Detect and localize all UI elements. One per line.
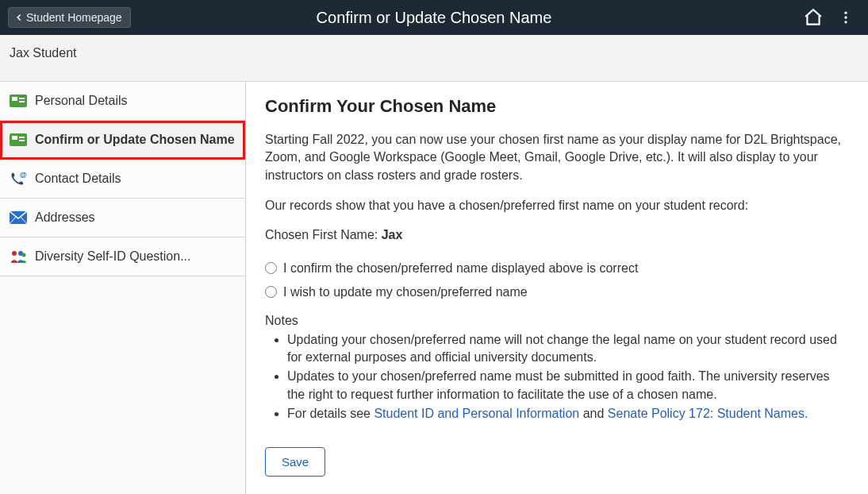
radio-update-input[interactable] — [265, 286, 277, 298]
svg-point-0 — [844, 12, 847, 14]
link-senate-policy[interactable]: Senate Policy 172: Student Names. — [608, 407, 808, 420]
svg-point-1 — [844, 16, 847, 18]
sidebar-item-label: Addresses — [35, 210, 95, 225]
more-vertical-icon[interactable] — [838, 9, 854, 26]
chevron-left-icon — [13, 12, 25, 23]
notes-list: Updating your chosen/preferred name will… — [265, 331, 849, 423]
sidebar-item-label: Diversity Self-ID Question... — [35, 249, 191, 264]
main-heading: Confirm Your Chosen Name — [265, 96, 849, 117]
svg-rect-10 — [19, 140, 25, 141]
back-button[interactable]: Student Homepage — [8, 7, 131, 28]
sidebar-item-addresses[interactable]: Addresses — [0, 199, 245, 237]
student-name: Jax Student — [10, 46, 77, 60]
sidebar-item-label: Confirm or Update Chosen Name — [35, 133, 235, 147]
radio-confirm-label: I confirm the chosen/preferred name disp… — [283, 261, 638, 276]
id-card-icon — [10, 93, 27, 109]
sidebar-item-label: Contact Details — [35, 172, 121, 186]
note-text: For details see — [287, 407, 374, 420]
main-content: Confirm Your Chosen Name Starting Fall 2… — [246, 82, 868, 494]
link-student-id-info[interactable]: Student ID and Personal Information — [374, 407, 579, 420]
sidebar-item-diversity[interactable]: Diversity Self-ID Question... — [0, 237, 245, 276]
chosen-name-line: Chosen First Name: Jax — [265, 228, 849, 242]
records-paragraph: Our records show that you have a chosen/… — [265, 197, 849, 214]
header-actions — [803, 7, 860, 28]
phone-at-icon: @ — [10, 171, 27, 187]
svg-rect-6 — [19, 101, 25, 102]
radio-update-label: I wish to update my chosen/preferred nam… — [283, 285, 528, 299]
sidebar-item-chosen-name[interactable]: Confirm or Update Chosen Name — [0, 121, 245, 160]
svg-rect-9 — [19, 137, 25, 138]
sidebar-item-label: Personal Details — [35, 94, 128, 108]
radio-update[interactable]: I wish to update my chosen/preferred nam… — [265, 285, 849, 299]
chosen-name-label: Chosen First Name: — [265, 228, 382, 241]
save-button[interactable]: Save — [265, 447, 325, 477]
id-card-icon — [10, 132, 27, 148]
student-name-bar: Jax Student — [0, 35, 868, 82]
svg-point-2 — [844, 21, 847, 23]
intro-paragraph: Starting Fall 2022, you can now use your… — [265, 131, 849, 184]
svg-point-15 — [22, 253, 26, 257]
note-item: Updates to your chosen/preferred name mu… — [287, 368, 849, 403]
note-item: For details see Student ID and Personal … — [287, 405, 849, 423]
sidebar: Personal Details Confirm or Update Chose… — [0, 82, 246, 494]
notes-heading: Notes — [265, 314, 849, 328]
envelope-icon — [10, 210, 27, 226]
app-header: Student Homepage Confirm or Update Chose… — [0, 0, 868, 35]
radio-confirm[interactable]: I confirm the chosen/preferred name disp… — [265, 261, 849, 276]
page-title: Confirm or Update Chosen Name — [317, 9, 552, 27]
note-item: Updating your chosen/preferred name will… — [287, 331, 849, 367]
svg-point-13 — [12, 251, 17, 256]
chosen-name-value: Jax — [382, 228, 403, 241]
sidebar-item-personal-details[interactable]: Personal Details — [0, 82, 245, 121]
home-icon[interactable] — [803, 7, 824, 28]
note-text: and — [579, 407, 608, 420]
svg-rect-8 — [12, 136, 17, 140]
people-icon — [10, 249, 27, 264]
sidebar-item-contact-details[interactable]: @ Contact Details — [0, 160, 245, 199]
svg-rect-5 — [19, 98, 25, 99]
svg-rect-4 — [12, 97, 17, 101]
svg-text:@: @ — [20, 171, 27, 179]
back-button-label: Student Homepage — [26, 11, 122, 24]
radio-confirm-input[interactable] — [265, 262, 277, 274]
